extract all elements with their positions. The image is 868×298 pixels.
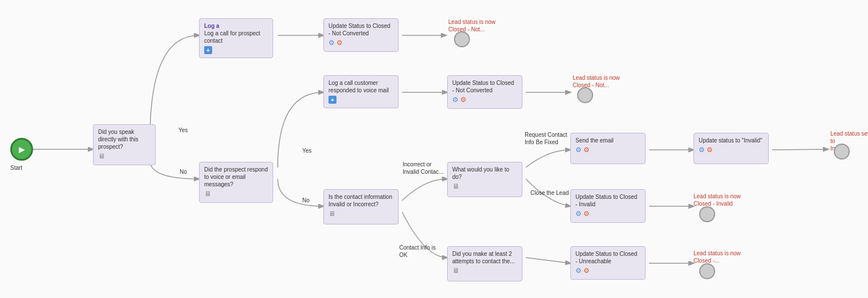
plus-icon-log-customer[interactable]: + [328, 96, 336, 104]
end-node-closed-not-1 [454, 31, 470, 47]
update-closed-unreachable-text: Update Status to Closed - Unreachable [575, 250, 640, 265]
svg-line-8 [526, 258, 570, 263]
yes1-label: Yes [179, 126, 188, 134]
gear-icon-closed-invalid[interactable]: ⚙ [575, 210, 582, 219]
log-call-prospect-node[interactable]: Log a Log a call for prospect contact + [199, 18, 273, 58]
monitor-icon-q3: 🖥 [328, 210, 335, 219]
q5-text: Did you make at least 2 attempts to cont… [452, 250, 517, 265]
start-node: ▶ [10, 138, 33, 161]
q1-text: Did you speak directly with this prospec… [98, 128, 151, 150]
log-call-customer-text: Log a call customer responded to voice m… [328, 79, 394, 94]
end-node-closed-unreachable [699, 263, 715, 279]
gear-red-icon-invalid[interactable]: ⚙ [707, 146, 713, 155]
end-label-closed-not-2: Lead status is nowClosed - Not... [573, 74, 624, 89]
end-label-closed-unreachable: Lead status is nowClosed -... [693, 250, 745, 264]
update-closed-unreachable-node[interactable]: Update Status to Closed - Unreachable ⚙ … [570, 246, 646, 280]
update-closed-invalid-text: Update Status to Closed - Invalid [575, 193, 640, 208]
end-node-closed-not-2 [577, 87, 593, 103]
q5-node[interactable]: Did you make at least 2 attempts to cont… [447, 246, 522, 281]
q4-text: What would you like to do? [452, 166, 517, 181]
start-label: Start [10, 164, 22, 172]
no1-label: No [180, 168, 187, 175]
end-label-closed-invalid: Lead status is nowClosed - Invalid [693, 193, 745, 207]
no2-label: No [302, 197, 310, 204]
update-invalid-text: Update status to "Invalid" [699, 137, 764, 144]
update-closed-not-1-text: Update Status to Closed - Not Converted [328, 22, 394, 37]
gear-red-icon-2[interactable]: ⚙ [460, 96, 467, 105]
end-node-invalid [834, 144, 850, 160]
gear-icon-send[interactable]: ⚙ [575, 146, 582, 155]
update-closed-not-converted-2-node[interactable]: Update Status to Closed - Not Converted … [447, 75, 522, 109]
log-call-prospect-title: Log a [204, 22, 268, 30]
gear-red-icon-closed-invalid[interactable]: ⚙ [583, 210, 590, 219]
monitor-icon-q4: 🖥 [452, 182, 459, 191]
q1-node[interactable]: Did you speak directly with this prospec… [93, 124, 156, 165]
gear-red-icon-send[interactable]: ⚙ [583, 146, 590, 155]
gear-red-icon-unreachable[interactable]: ⚙ [583, 267, 590, 276]
gear-icon-unreachable[interactable]: ⚙ [575, 267, 582, 276]
q3-node[interactable]: Is the contact information Invalid or In… [323, 189, 399, 224]
log-call-customer-node[interactable]: Log a call customer responded to voice m… [323, 75, 399, 108]
svg-line-6 [772, 149, 828, 150]
request-contact-label: Request ContactInfo Be Fixed [525, 131, 576, 146]
q2-node[interactable]: Did the prospect respond to voice or ema… [199, 162, 273, 203]
q3-text: Is the contact information Invalid or In… [328, 193, 394, 208]
send-email-text: Send the email [575, 137, 640, 144]
q4-node[interactable]: What would you like to do? 🖥 [447, 162, 522, 197]
plus-icon-log-prospect[interactable]: + [204, 46, 212, 54]
gear-icon-1[interactable]: ⚙ [328, 39, 335, 48]
contact-info-ok-label: Contact Info isOK [399, 244, 445, 259]
update-invalid-node[interactable]: Update status to "Invalid" ⚙ ⚙ [693, 133, 769, 164]
update-closed-not-2-text: Update Status to Closed - Not Converted [452, 79, 517, 94]
update-closed-not-converted-1-node[interactable]: Update Status to Closed - Not Converted … [323, 18, 399, 52]
gear-icon-2[interactable]: ⚙ [452, 96, 459, 105]
update-closed-invalid-node[interactable]: Update Status to Closed - Invalid ⚙ ⚙ [570, 189, 646, 223]
monitor-icon-q2: 🖥 [204, 190, 211, 199]
monitor-icon-q5: 🖥 [452, 267, 459, 276]
q2-text: Did the prospect respond to voice or ema… [204, 166, 268, 188]
end-node-closed-invalid [699, 206, 715, 222]
incorrect-label: Incorrect orInvalid Contac... [403, 161, 454, 175]
gear-icon-invalid[interactable]: ⚙ [699, 146, 705, 155]
yes2-label: Yes [302, 147, 311, 154]
gear-red-icon-1[interactable]: ⚙ [336, 39, 343, 48]
end-label-closed-not-1: Lead status is nowClosed - Not... [448, 18, 500, 33]
workflow-canvas: ▶ Start Did you speak directly with this… [0, 0, 868, 298]
monitor-icon-q1: 🖥 [98, 152, 105, 161]
send-email-node[interactable]: Send the email ⚙ ⚙ [570, 133, 646, 164]
log-call-prospect-subtitle: Log a call for prospect contact [204, 30, 268, 44]
